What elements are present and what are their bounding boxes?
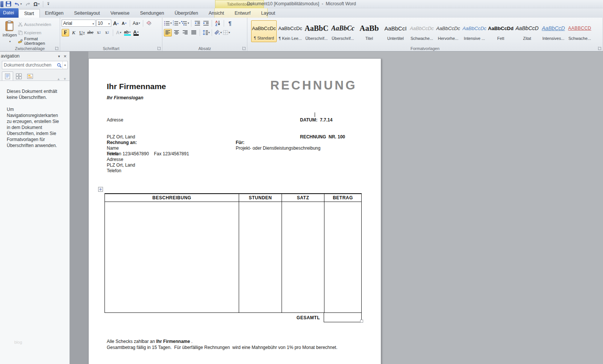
invoice-heading[interactable]: RECHNUNG xyxy=(270,78,357,93)
tab-entwurf[interactable]: Entwurf xyxy=(229,9,256,18)
multilevel-list-button[interactable] xyxy=(181,20,189,27)
format-painter-button[interactable]: Format übertragen xyxy=(18,38,58,44)
invoice-table[interactable]: BESCHREIBUNG STUNDEN SATZ BETRAG GESAMTL xyxy=(105,193,362,322)
align-center-icon xyxy=(174,30,179,35)
table-cell[interactable] xyxy=(282,202,324,312)
tab-browse-headings[interactable] xyxy=(2,71,13,81)
style-titel[interactable]: AaBb Titel xyxy=(356,20,382,42)
document-page[interactable]: Ihr Firmenname RECHNUNG Ihr Firmenslogan… xyxy=(88,58,381,364)
document-canvas[interactable]: Ihr Firmenname RECHNUNG Ihr Firmenslogan… xyxy=(70,52,603,364)
tab-browse-pages[interactable] xyxy=(13,71,24,81)
close-icon[interactable]: × xyxy=(62,53,68,59)
dialog-launcher-icon[interactable] xyxy=(55,47,59,50)
dialog-launcher-icon[interactable] xyxy=(242,47,246,50)
sort-button[interactable]: A Z xyxy=(214,20,222,27)
search-box[interactable]: ▾ xyxy=(2,61,68,69)
justify-button[interactable] xyxy=(190,29,198,36)
superscript-button[interactable]: x2 xyxy=(103,29,111,36)
style-hervorhebung[interactable]: AaBbCcDc Hervorhe... xyxy=(435,20,461,42)
address-line: PLZ Ort, Land xyxy=(107,134,189,140)
ribbon-tab-row: Datei Start Einfügen Seitenlayout Verwei… xyxy=(0,8,603,18)
tab-start[interactable]: Start xyxy=(18,9,39,18)
search-input[interactable] xyxy=(2,62,56,68)
style-standard[interactable]: AaBbCcDc ¶ Standard xyxy=(251,20,277,42)
align-left-button[interactable] xyxy=(164,29,172,36)
tab-datei[interactable]: Datei xyxy=(0,8,18,18)
table-resize-handle[interactable] xyxy=(360,320,363,323)
font-color-button[interactable]: A xyxy=(132,29,140,36)
style-untertitel[interactable]: AaBbCcI Untertitel xyxy=(383,20,408,42)
table-move-handle[interactable] xyxy=(98,187,103,192)
subscript-button[interactable]: x2 xyxy=(95,29,103,36)
grow-font-button[interactable]: A xyxy=(112,20,120,27)
total-label[interactable]: GESAMTL xyxy=(281,313,324,322)
tab-einfuegen[interactable]: Einfügen xyxy=(40,9,69,18)
search-options-icon[interactable]: ▾ xyxy=(62,61,67,69)
style-ueberschrift-1[interactable]: AaBbC Überschrif... xyxy=(304,20,329,42)
tab-verweise[interactable]: Verweise xyxy=(105,9,135,18)
highlight-color-button[interactable]: ab xyxy=(123,29,132,36)
tab-ansicht[interactable]: Ansicht xyxy=(203,9,229,18)
shading-button[interactable] xyxy=(214,29,222,36)
bill-to-block[interactable]: Rechnung an: Name Firma Adresse PLZ Ort,… xyxy=(107,140,137,174)
company-name[interactable]: Ihr Firmenname xyxy=(107,82,166,91)
decrease-indent-button[interactable] xyxy=(193,20,201,27)
tab-ueberpruefen[interactable]: Überprüfen xyxy=(169,9,203,18)
copy-button[interactable]: Kopieren xyxy=(18,29,58,36)
company-slogan[interactable]: Ihr Firmenslogan xyxy=(107,95,143,100)
paste-button[interactable]: infügen xyxy=(2,19,18,45)
align-right-button[interactable] xyxy=(181,29,189,36)
column-header[interactable]: SATZ xyxy=(282,194,324,202)
headings-icon xyxy=(5,73,11,79)
shrink-font-button[interactable]: A xyxy=(120,20,128,27)
text-effects-button[interactable]: A xyxy=(115,29,123,36)
style-zitat[interactable]: AaBbCcD Zitat xyxy=(514,20,540,42)
style-schwache-hervorhebung[interactable]: AaBbCcDc Schwache... xyxy=(409,20,435,42)
column-header[interactable]: BESCHREIBUNG xyxy=(105,194,239,202)
borders-button[interactable] xyxy=(223,29,230,36)
style-ueberschrift-2[interactable]: AaBbCc Überschrif... xyxy=(330,20,356,42)
search-icon[interactable] xyxy=(56,63,62,68)
separator xyxy=(212,29,212,36)
column-header[interactable]: STUNDEN xyxy=(239,194,282,202)
terms-note[interactable]: Gesamtbetrag fällig in 15 Tagen. Für übe… xyxy=(107,345,338,350)
column-header[interactable]: BETRAG xyxy=(324,194,361,202)
font-name-combo[interactable]: Arial xyxy=(62,20,95,27)
style-kein-leerraum[interactable]: AaBbCcDc ¶ Kein Lee... xyxy=(277,20,303,42)
total-amount-cell[interactable] xyxy=(324,312,362,322)
style-fett[interactable]: AaBbCcDd Fett xyxy=(488,20,514,42)
tab-browse-results[interactable] xyxy=(24,71,36,81)
style-intensive-hervorhebung[interactable]: AaBbCcDc Intensive ... xyxy=(462,20,487,42)
bullets-button[interactable] xyxy=(164,20,172,27)
style-schwacher-verweis[interactable]: AABBCCD Schwache... xyxy=(567,20,592,42)
navigation-options-icon[interactable]: ▾ xyxy=(56,54,62,58)
cut-button[interactable]: Ausschneiden xyxy=(18,21,58,28)
bold-button[interactable]: F xyxy=(62,29,69,36)
table-body-row[interactable] xyxy=(105,202,362,313)
tab-sendungen[interactable]: Sendungen xyxy=(135,9,170,18)
underline-button[interactable]: U xyxy=(78,29,86,36)
table-cell[interactable] xyxy=(324,202,361,312)
dialog-launcher-icon[interactable] xyxy=(598,47,601,50)
change-case-button[interactable]: Aa xyxy=(132,20,141,27)
font-size-combo[interactable]: 10 xyxy=(96,20,111,27)
align-center-button[interactable] xyxy=(173,29,180,36)
navigation-tabs: ▲ ▼ xyxy=(0,71,70,81)
line-spacing-button[interactable] xyxy=(202,29,210,36)
table-cell[interactable] xyxy=(239,202,282,312)
tab-layout[interactable]: Layout xyxy=(256,9,280,18)
payment-note[interactable]: Alle Schecks zahlbar an Ihr Firmenname . xyxy=(107,339,192,344)
dialog-launcher-icon[interactable] xyxy=(158,47,161,50)
tab-seitenlayout[interactable]: Seitenlayout xyxy=(69,9,105,18)
show-formatting-button[interactable]: ¶ xyxy=(226,20,234,27)
table-cell[interactable] xyxy=(105,202,239,312)
clear-formatting-button[interactable] xyxy=(145,20,153,27)
for-label: Für: xyxy=(236,140,320,146)
paste-dropdown-icon[interactable] xyxy=(9,37,11,44)
style-intensives-zitat[interactable]: AaBbCcD Intensives... xyxy=(541,20,566,42)
strikethrough-button[interactable]: abe xyxy=(86,29,94,36)
increase-indent-button[interactable] xyxy=(202,20,210,27)
italic-button[interactable]: K xyxy=(70,29,77,36)
for-block[interactable]: Für: Projekt- oder Dienstleistungsbeschr… xyxy=(236,140,320,151)
numbering-button[interactable] xyxy=(173,20,180,27)
